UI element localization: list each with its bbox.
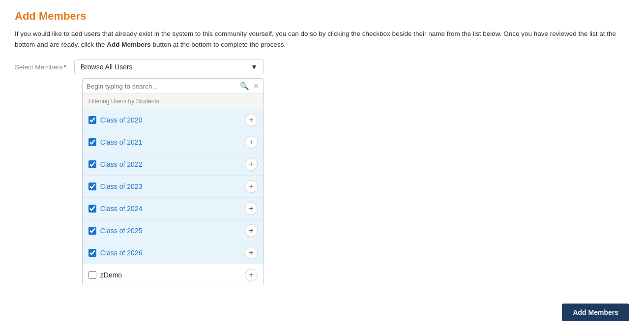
page-title: Add Members: [15, 10, 629, 23]
filter-header: Filtering Users by Students: [83, 94, 263, 109]
list-item-expand-button[interactable]: +: [245, 224, 258, 237]
list-item: Class of 2022+: [83, 153, 263, 176]
list-item-expand-button[interactable]: +: [245, 136, 258, 149]
list-item-label: Class of 2020: [100, 116, 143, 124]
list-item-checkbox[interactable]: [88, 227, 96, 235]
list-item-label: Class of 2021: [100, 138, 143, 146]
list-item-label: Class of 2026: [100, 249, 143, 257]
search-input[interactable]: [87, 83, 238, 90]
browse-users-dropdown[interactable]: Browse All Users ▼: [74, 60, 264, 74]
form-label: Select Members*: [15, 60, 66, 71]
list-item-expand-button[interactable]: +: [245, 114, 258, 126]
list-item-left: Class of 2022: [88, 160, 143, 168]
list-item-left: Class of 2020: [88, 116, 143, 124]
add-members-button[interactable]: Add Members: [562, 304, 629, 321]
list-item: Class of 2020+: [83, 109, 263, 131]
list-item-left: Class of 2024: [88, 205, 143, 213]
dropdown-label: Browse All Users: [81, 63, 133, 71]
list-item: Class of 2021+: [83, 131, 263, 153]
list-item-checkbox[interactable]: [88, 271, 96, 279]
list-item: Class of 2025+: [83, 220, 263, 242]
user-list: Class of 2020+Class of 2021+Class of 202…: [83, 109, 263, 286]
list-item-label: Class of 2022: [100, 160, 143, 168]
list-item-left: Class of 2025: [88, 227, 143, 235]
list-item: Class of 2024+: [83, 198, 263, 220]
list-item-checkbox[interactable]: [88, 160, 96, 168]
search-icon[interactable]: 🔍: [240, 82, 249, 91]
list-item-expand-button[interactable]: +: [245, 202, 258, 215]
list-item: Class of 2023+: [83, 176, 263, 198]
list-item-left: Class of 2026: [88, 249, 143, 257]
list-item-left: Class of 2021: [88, 138, 143, 146]
list-item-checkbox[interactable]: [88, 116, 96, 124]
list-item-label: Class of 2025: [100, 227, 143, 235]
dropdown-arrow-icon: ▼: [251, 63, 258, 71]
list-item-checkbox[interactable]: [88, 138, 96, 146]
search-bar: 🔍 ✕: [83, 79, 263, 94]
form-row: Select Members* Browse All Users ▼ 🔍 ✕ F…: [15, 60, 629, 286]
user-search-container: 🔍 ✕ Filtering Users by Students Class of…: [82, 78, 264, 286]
list-item-label: zDemo: [100, 271, 122, 279]
list-item-checkbox[interactable]: [88, 205, 96, 213]
clear-icon[interactable]: ✕: [253, 82, 260, 91]
list-item-left: Class of 2023: [88, 183, 143, 190]
list-item-checkbox[interactable]: [88, 249, 96, 257]
list-item-expand-button[interactable]: +: [245, 180, 258, 193]
list-item-checkbox[interactable]: [88, 183, 96, 190]
list-item-left: zDemo: [88, 271, 122, 279]
list-item-expand-button[interactable]: +: [245, 246, 258, 259]
description-text: If you would like to add users that alre…: [15, 29, 629, 50]
list-item-expand-button[interactable]: +: [245, 158, 258, 171]
list-item: zDemo+: [83, 264, 263, 286]
list-item-expand-button[interactable]: +: [245, 269, 258, 281]
list-item-label: Class of 2023: [100, 183, 143, 190]
list-item-label: Class of 2024: [100, 205, 143, 213]
list-item: Class of 2026+: [83, 242, 263, 264]
required-indicator: *: [64, 63, 66, 71]
